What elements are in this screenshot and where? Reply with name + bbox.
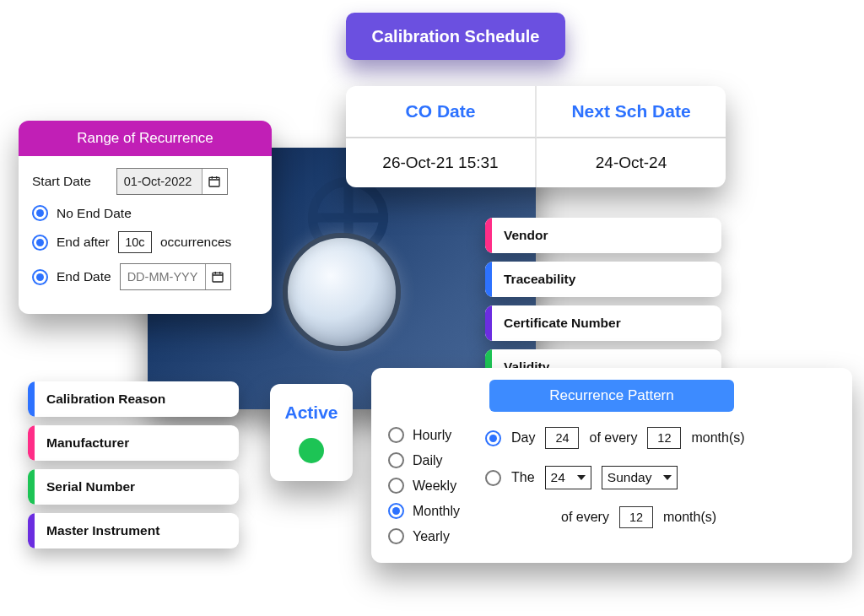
start-date-calendar-button[interactable] (202, 169, 227, 194)
attribute-label: Traceability (504, 272, 575, 287)
frequency-option[interactable]: Yearly (388, 528, 460, 544)
months-value-input[interactable]: 12 (647, 427, 681, 449)
color-bar (485, 262, 492, 297)
end-after-input[interactable]: 10c (118, 231, 152, 253)
ordinal-select[interactable]: 24 (545, 466, 591, 489)
attribute-label: Calibration Reason (46, 392, 165, 407)
frequency-option[interactable]: Weekly (388, 478, 460, 494)
page-title: Calibration Schedule (346, 13, 565, 60)
frequency-option[interactable]: Hourly (388, 427, 460, 443)
svg-rect-1 (213, 273, 223, 282)
attribute-pill[interactable]: Manufacturer (28, 425, 239, 461)
attribute-pill[interactable]: Certificate Number (485, 305, 721, 341)
color-bar (28, 381, 35, 417)
page-title-text: Calibration Schedule (372, 27, 540, 46)
frequency-label: Daily (413, 453, 443, 468)
no-end-date-label: No End Date (57, 206, 132, 221)
attributes-right: VendorTraceabilityCertificate NumberVali… (485, 218, 721, 385)
the-label: The (511, 470, 535, 485)
frequency-options: HourlyDailyWeeklyMonthlyYearly (388, 424, 460, 544)
frequency-radio[interactable] (388, 452, 404, 468)
start-date-input[interactable] (117, 170, 202, 192)
months-suffix-1: month(s) (691, 430, 744, 446)
color-bar (28, 469, 35, 505)
color-bar (485, 305, 492, 341)
day-label: Day (511, 430, 535, 446)
start-date-field[interactable] (116, 168, 228, 195)
frequency-option[interactable]: Daily (388, 452, 460, 468)
end-after-radio[interactable] (32, 235, 48, 251)
next-sch-date-value: 24-Oct-24 (537, 138, 726, 187)
frequency-radio[interactable] (388, 528, 404, 544)
attribute-label: Master Instrument (46, 523, 159, 538)
day-option-radio[interactable] (485, 430, 501, 446)
co-date-value: 26-Oct-21 15:31 (346, 138, 537, 187)
attribute-pill[interactable]: Master Instrument (28, 513, 239, 548)
calendar-icon (211, 270, 224, 284)
co-date-header: CO Date (346, 86, 537, 138)
end-date-field[interactable] (120, 263, 231, 290)
color-bar (28, 513, 35, 548)
attributes-left: Calibration ReasonManufacturerSerial Num… (28, 381, 239, 548)
of-every-label-2: of every (561, 510, 609, 525)
next-sch-date-header: Next Sch Date (537, 86, 726, 138)
of-every-label-1: of every (589, 430, 637, 446)
frequency-label: Monthly (413, 504, 460, 519)
status-card: Active (270, 384, 353, 481)
color-bar (28, 425, 35, 461)
attribute-pill[interactable]: Serial Number (28, 469, 239, 505)
recurrence-pattern-card: Recurrence Pattern HourlyDailyWeeklyMont… (371, 368, 852, 563)
recurrence-banner: Recurrence Pattern (489, 380, 734, 412)
end-date-radio[interactable] (32, 269, 48, 285)
frequency-radio[interactable] (388, 503, 404, 519)
range-banner: Range of Recurrence (19, 121, 272, 156)
svg-rect-0 (209, 177, 219, 186)
attribute-pill[interactable]: Calibration Reason (28, 381, 239, 417)
frequency-label: Hourly (413, 428, 451, 443)
range-of-recurrence-card: Range of Recurrence Start Date No End Da… (19, 121, 272, 314)
weekday-select[interactable]: Sunday (602, 466, 678, 489)
no-end-date-radio[interactable] (32, 205, 48, 221)
weekday-value: Sunday (608, 470, 652, 485)
frequency-option[interactable]: Monthly (388, 503, 460, 519)
day-value-input[interactable]: 24 (545, 427, 579, 449)
attribute-label: Vendor (504, 228, 548, 243)
the-option-radio[interactable] (485, 470, 501, 486)
status-label: Active (284, 403, 338, 423)
frequency-radio[interactable] (388, 478, 404, 494)
attribute-pill[interactable]: Traceability (485, 262, 721, 297)
months-suffix-2: month(s) (663, 510, 716, 525)
frequency-radio[interactable] (388, 427, 404, 443)
attribute-pill[interactable]: Vendor (485, 218, 721, 253)
schedule-dates-card: CO Date Next Sch Date 26-Oct-21 15:31 24… (346, 86, 726, 187)
chevron-down-icon (663, 475, 672, 480)
end-date-calendar-button[interactable] (205, 264, 230, 289)
months2-value-input[interactable]: 12 (619, 506, 653, 528)
chevron-down-icon (577, 475, 586, 480)
end-after-label: End after (57, 235, 110, 250)
frequency-label: Weekly (413, 478, 456, 494)
frequency-label: Yearly (413, 529, 450, 544)
start-date-label: Start Date (32, 174, 91, 189)
attribute-label: Serial Number (46, 479, 135, 494)
color-bar (485, 218, 492, 253)
status-indicator-dot (299, 438, 324, 463)
end-date-label: End Date (57, 269, 111, 284)
end-date-input[interactable] (121, 266, 205, 288)
end-after-suffix: occurrences (160, 235, 231, 250)
attribute-label: Manufacturer (46, 435, 129, 451)
attribute-label: Certificate Number (504, 316, 621, 331)
calendar-icon (208, 175, 221, 188)
gauge-graphic (283, 233, 401, 351)
ordinal-value: 24 (551, 470, 565, 485)
